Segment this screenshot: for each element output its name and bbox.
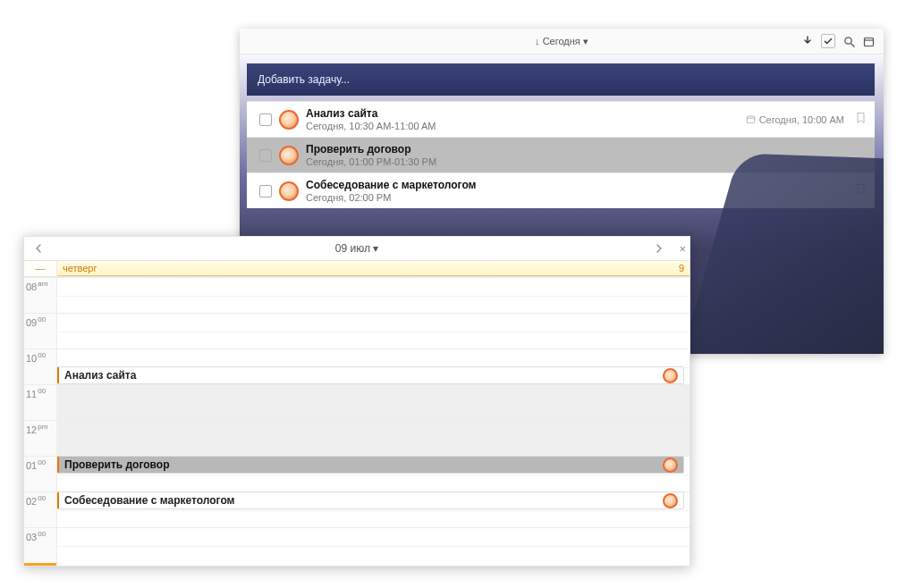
calendar-icon[interactable] xyxy=(862,35,875,47)
hour-label: 1100 xyxy=(24,385,58,399)
task-row[interactable]: Анализ сайтаСегодня, 10:30 AM-11:00 AMСе… xyxy=(247,101,875,137)
hour-label: 0200 xyxy=(24,492,58,507)
hour-label: 1000 xyxy=(24,349,58,364)
event-title: Проверить договор xyxy=(64,458,169,471)
day-header: — четверг 9 xyxy=(24,261,690,277)
svg-point-0 xyxy=(844,37,851,43)
calendar-event[interactable]: Проверить договор xyxy=(57,456,684,474)
avatar xyxy=(663,458,678,473)
calendar-event[interactable]: Собеседование с маркетологом xyxy=(57,491,684,509)
task-checkbox[interactable] xyxy=(259,185,272,197)
task-title: Анализ сайта xyxy=(306,107,739,120)
download-icon[interactable] xyxy=(801,35,814,47)
avatar xyxy=(279,146,299,165)
hour-slot[interactable]: 0900 xyxy=(24,313,690,349)
chevron-down-icon: ▾ xyxy=(373,242,378,255)
hour-label: 0300 xyxy=(24,528,58,542)
completed-filter-icon[interactable] xyxy=(821,34,835,48)
task-title: Проверить договор xyxy=(306,143,844,155)
task-toolbar: ↓ Сегодня ▾ xyxy=(240,29,884,55)
event-title: Собеседование с маркетологом xyxy=(64,494,234,507)
prev-day-button[interactable] xyxy=(30,237,47,260)
avatar xyxy=(663,368,678,383)
avatar xyxy=(663,493,678,508)
event-title: Анализ сайта xyxy=(64,369,136,382)
task-title: Собеседование с маркетологом xyxy=(306,179,844,191)
calendar-window: 09 июл ▾ × — четверг 9 08am0900100011001… xyxy=(23,236,690,567)
task-checkbox[interactable] xyxy=(259,149,272,162)
calendar-date-label: 09 июл xyxy=(335,242,370,255)
calendar-date-button[interactable]: 09 июл ▾ xyxy=(335,242,378,255)
bookmark-icon[interactable] xyxy=(857,148,866,162)
sort-label: Сегодня xyxy=(543,36,580,46)
calendar-event[interactable]: Анализ сайта xyxy=(57,366,684,384)
add-task-placeholder: Добавить задачу... xyxy=(258,73,350,86)
svg-rect-1 xyxy=(864,38,873,46)
svg-rect-2 xyxy=(747,116,754,123)
task-due: Сегодня, 10:00 AM xyxy=(746,114,844,125)
day-number: 9 xyxy=(679,263,684,273)
close-button[interactable]: × xyxy=(679,237,686,260)
hour-slot[interactable]: 1100 xyxy=(24,384,690,421)
hour-label: 0900 xyxy=(24,314,58,328)
bookmark-icon[interactable] xyxy=(857,184,866,197)
search-icon[interactable] xyxy=(842,35,855,47)
task-subtitle: Сегодня, 10:30 AM-11:00 AM xyxy=(306,121,739,131)
chevron-down-icon: ▾ xyxy=(583,36,588,46)
hour-slot[interactable]: 0300 xyxy=(24,527,690,564)
hour-label: 12pm xyxy=(24,421,58,435)
collapse-button[interactable]: — xyxy=(24,261,57,276)
hour-slot[interactable]: 08am xyxy=(24,277,690,314)
schedule-grid[interactable]: 08am09001000110012pm010002000300Анализ с… xyxy=(24,277,690,567)
calendar-toolbar: 09 июл ▾ × xyxy=(24,237,690,261)
sort-arrow-icon: ↓ xyxy=(535,36,540,46)
task-subtitle: Сегодня, 01:00 PM-01:30 PM xyxy=(306,156,844,167)
task-checkbox[interactable] xyxy=(259,113,272,126)
avatar xyxy=(279,181,299,201)
add-task-input[interactable]: Добавить задачу... xyxy=(247,63,875,96)
avatar xyxy=(279,110,299,130)
day-column-header[interactable]: четверг 9 xyxy=(57,261,690,276)
hour-label: 08am xyxy=(24,278,58,292)
day-name: четверг xyxy=(63,263,97,273)
task-subtitle: Сегодня, 02:00 PM xyxy=(306,192,844,203)
task-row[interactable]: Собеседование с маркетологомСегодня, 02:… xyxy=(247,172,875,208)
hour-label: 0100 xyxy=(24,457,58,471)
sort-button[interactable]: ↓ Сегодня ▾ xyxy=(535,36,588,47)
hour-slot[interactable]: 12pm xyxy=(24,420,690,457)
bookmark-icon[interactable] xyxy=(857,113,866,126)
task-list: Анализ сайтаСегодня, 10:30 AM-11:00 AMСе… xyxy=(240,101,884,208)
next-day-button[interactable] xyxy=(650,237,668,260)
task-row[interactable]: Проверить договорСегодня, 01:00 PM-01:30… xyxy=(247,137,875,172)
